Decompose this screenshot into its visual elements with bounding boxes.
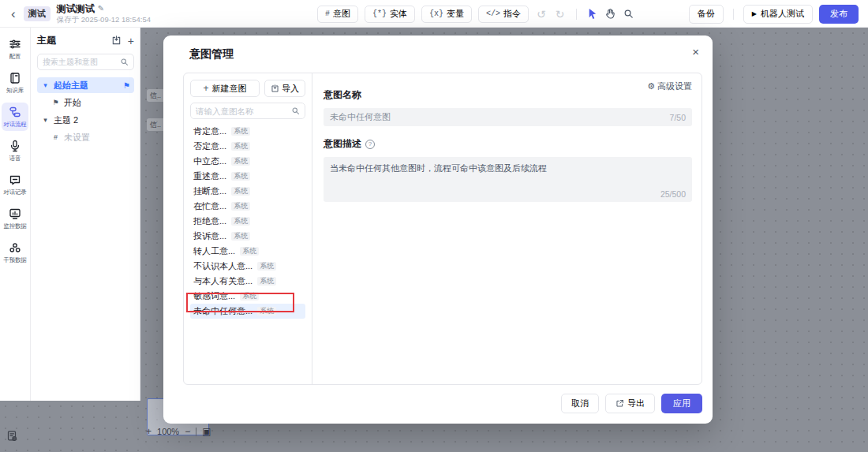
import-intent-button[interactable]: 导入 bbox=[264, 80, 305, 97]
rail-item[interactable]: 配置 bbox=[2, 35, 28, 63]
topic-tree-item[interactable]: ▾ 主题 2 bbox=[37, 112, 134, 128]
import-topic-icon[interactable] bbox=[111, 35, 122, 46]
add-topic-icon[interactable]: + bbox=[128, 35, 134, 47]
cancel-label: 取消 bbox=[571, 398, 589, 409]
intent-list-item[interactable]: 否定意... 系统 bbox=[190, 139, 305, 154]
pointer-tool-icon[interactable] bbox=[586, 8, 598, 20]
tree-item-icon: ▾ bbox=[41, 116, 50, 124]
undo-icon[interactable]: ↺ bbox=[535, 8, 548, 21]
rail-item-label: 监控数据 bbox=[3, 222, 26, 230]
intent-name: 敏感词意... bbox=[193, 290, 235, 302]
system-badge: 系统 bbox=[240, 292, 259, 301]
rail-item[interactable]: 对话记录 bbox=[2, 170, 28, 199]
intent-list: 肯定意... 系统 否定意... 系统 中立态... 系统 重述意.. bbox=[190, 124, 305, 319]
rail-item[interactable]: 知识库 bbox=[2, 69, 28, 97]
rail-item-icon bbox=[9, 207, 21, 220]
intent-list-item[interactable]: 挂断意... 系统 bbox=[190, 184, 305, 199]
toolbar-button[interactable]: {*} 实体 bbox=[365, 6, 415, 23]
intent-search[interactable] bbox=[190, 103, 305, 119]
apply-button[interactable]: 应用 bbox=[661, 394, 702, 413]
modal-title: 意图管理 bbox=[189, 47, 234, 62]
topic-tree-item[interactable]: # 未设置 bbox=[37, 129, 134, 145]
topic-tree-item[interactable]: ⚑ 开始 bbox=[37, 95, 134, 110]
help-icon[interactable]: ? bbox=[365, 140, 375, 149]
intent-list-item[interactable]: 未命中任何意... 系统 bbox=[190, 304, 305, 319]
gear-icon: ⚙ bbox=[647, 81, 655, 92]
rail-item-label: 知识库 bbox=[6, 86, 24, 94]
rail-item[interactable]: 语音 bbox=[2, 136, 28, 165]
intent-list-item[interactable]: 重述意... 系统 bbox=[190, 169, 305, 184]
system-badge: 系统 bbox=[231, 232, 250, 241]
hand-tool-icon[interactable] bbox=[604, 8, 616, 20]
intent-list-item[interactable]: 肯定意... 系统 bbox=[190, 124, 305, 139]
header-divider bbox=[733, 9, 734, 20]
intent-name-field: 未命中任何意图 7/50 bbox=[324, 108, 692, 126]
tree-item-label: 未设置 bbox=[64, 132, 90, 144]
intent-list-item[interactable]: 不认识本人意... 系统 bbox=[190, 259, 305, 274]
intent-list-panel: + 新建意图 导入 bbox=[184, 73, 312, 384]
intent-list-item[interactable]: 拒绝意... 系统 bbox=[190, 214, 305, 229]
toolbar-button-icon: # bbox=[325, 9, 330, 18]
export-button[interactable]: 导出 bbox=[605, 394, 655, 413]
redo-icon[interactable]: ↻ bbox=[554, 8, 567, 21]
toolbar-button[interactable]: # 意图 bbox=[317, 6, 358, 23]
intent-list-item[interactable]: 与本人有关意... 系统 bbox=[190, 274, 305, 289]
toolbar-button-icon: {x} bbox=[429, 9, 443, 18]
toolbar-button[interactable]: {x} 变量 bbox=[421, 6, 472, 23]
toolbar-button-icon: {*} bbox=[372, 9, 387, 18]
search-tool-icon[interactable] bbox=[623, 8, 634, 20]
new-intent-button[interactable]: + 新建意图 bbox=[190, 80, 260, 97]
zoom-in-icon[interactable]: + bbox=[146, 426, 152, 437]
rail-item-label: 干预数据 bbox=[3, 256, 26, 263]
rail-item[interactable]: 监控数据 bbox=[2, 204, 28, 233]
robot-test-button[interactable]: ▶ 机器人测试 bbox=[743, 5, 813, 24]
rail-item-icon bbox=[9, 241, 21, 254]
intent-name-label: 意图名称 bbox=[324, 88, 692, 102]
toolbar-button[interactable]: </> 指令 bbox=[478, 6, 529, 23]
export-label: 导出 bbox=[627, 398, 645, 409]
edit-title-icon[interactable]: ✎ bbox=[98, 4, 104, 13]
intent-search-input[interactable] bbox=[196, 106, 279, 116]
topic-panel: 主题 + ▾ 起始主题 ⚑ ⚑ 开始 bbox=[31, 28, 140, 401]
intent-list-item[interactable]: 转人工意... 系统 bbox=[190, 244, 305, 259]
intent-name: 投诉意... bbox=[193, 230, 226, 242]
system-badge: 系统 bbox=[231, 217, 250, 226]
new-intent-label: 新建意图 bbox=[212, 83, 247, 95]
fit-view-icon[interactable]: ▣ bbox=[202, 426, 211, 437]
import-icon bbox=[271, 84, 279, 93]
intent-name: 在忙意... bbox=[193, 200, 226, 212]
project-title: 测试测试 bbox=[57, 3, 95, 14]
advanced-settings-link[interactable]: ⚙ 高级设置 bbox=[647, 80, 692, 92]
rail-item[interactable]: 对话流程 bbox=[2, 103, 28, 131]
intent-management-modal: 意图管理 × + 新建意图 导入 bbox=[163, 35, 713, 424]
backup-button[interactable]: 备份 bbox=[689, 5, 724, 24]
rail-item[interactable]: 干预数据 bbox=[2, 238, 28, 267]
intent-name: 拒绝意... bbox=[193, 215, 226, 227]
system-badge: 系统 bbox=[231, 127, 250, 136]
topic-search-input[interactable] bbox=[43, 58, 114, 66]
publish-button[interactable]: 发布 bbox=[819, 5, 859, 24]
changelog-icon[interactable] bbox=[6, 430, 18, 442]
intent-name: 转人工意... bbox=[193, 245, 235, 257]
close-icon[interactable]: × bbox=[692, 45, 699, 58]
cancel-button[interactable]: 取消 bbox=[561, 394, 599, 413]
project-badge: 测试 bbox=[24, 6, 51, 21]
system-badge: 系统 bbox=[231, 202, 250, 211]
intent-list-item[interactable]: 敏感词意... 系统 bbox=[190, 289, 305, 304]
topic-panel-title: 主题 bbox=[37, 34, 56, 47]
rail-item-label: 对话记录 bbox=[3, 188, 26, 196]
intent-list-item[interactable]: 中立态... 系统 bbox=[190, 154, 305, 169]
intent-name: 未命中任何意... bbox=[193, 305, 253, 317]
export-icon bbox=[615, 399, 624, 408]
back-icon[interactable]: ‹ bbox=[9, 7, 17, 21]
rail-item-label: 语音 bbox=[9, 154, 21, 162]
rail-item-icon bbox=[9, 38, 21, 50]
topic-search[interactable] bbox=[37, 54, 134, 70]
topic-tree-item[interactable]: ▾ 起始主题 ⚑ bbox=[37, 77, 134, 93]
plus-icon: + bbox=[203, 83, 208, 94]
toolbar-button-label: 实体 bbox=[390, 8, 407, 20]
intent-list-item[interactable]: 在忙意... 系统 bbox=[190, 199, 305, 214]
intent-list-item[interactable]: 投诉意... 系统 bbox=[190, 229, 305, 244]
rail-item-icon bbox=[9, 106, 21, 118]
zoom-out-icon[interactable]: − bbox=[185, 426, 190, 437]
